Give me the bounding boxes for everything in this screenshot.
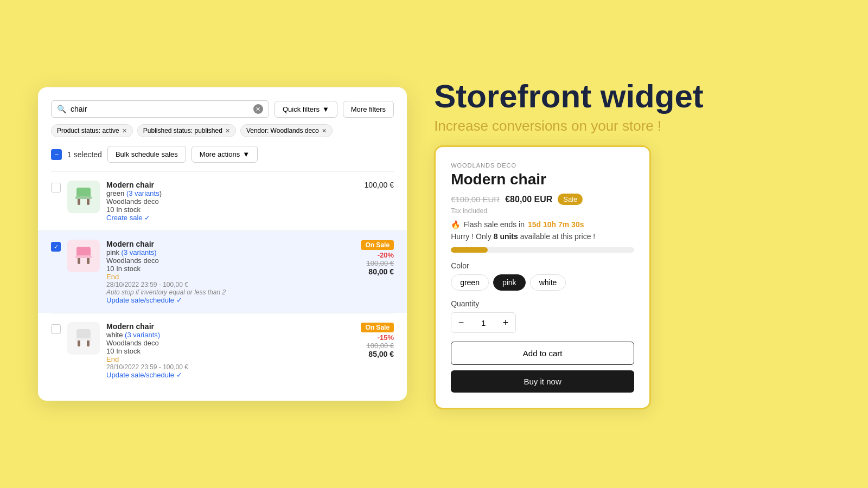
- product-image-white: [67, 322, 100, 355]
- fire-icon: 🔥: [451, 220, 460, 229]
- product-color-white: white: [106, 331, 123, 339]
- table-row: Modern chair white (3 variants) Woodland…: [51, 313, 394, 388]
- quantity-increase-button[interactable]: +: [496, 313, 515, 332]
- create-sale-link-green[interactable]: Create sale ✓: [106, 214, 322, 222]
- product-price-green: 100,00 €: [329, 181, 394, 189]
- minus-icon: −: [54, 151, 59, 158]
- product-stock-white: 10 In stock: [106, 347, 322, 355]
- svg-rect-0: [76, 188, 91, 197]
- buy-now-button[interactable]: Buy it now: [451, 370, 634, 393]
- right-inner: WOODLANDS DECO Modern chair €100,00 EUR …: [434, 145, 846, 409]
- quantity-decrease-button[interactable]: −: [451, 313, 471, 332]
- admin-panel: 🔍 ✕ Quick filters ▼ More filters Product…: [38, 87, 407, 401]
- units-prefix: Hurry ! Only: [451, 232, 492, 241]
- add-to-cart-button[interactable]: Add to cart: [451, 342, 634, 365]
- filter-tag-published[interactable]: Published status: published ✕: [137, 124, 236, 137]
- product-stock-green: 10 In stock: [106, 206, 322, 214]
- variants-link-white[interactable]: (3 variants): [125, 331, 160, 339]
- product-image-green: [67, 181, 100, 213]
- product-vendor-pink: Woodlands deco: [106, 256, 322, 265]
- sale-end-label-pink: End: [106, 273, 322, 281]
- remove-filter-published[interactable]: ✕: [225, 127, 230, 134]
- widget-product-title: Modern chair: [451, 171, 634, 188]
- headline-area: Storefront widget Increase conversions o…: [434, 79, 846, 134]
- price-value-green: 100,00 €: [329, 181, 394, 189]
- headline-subtitle: Increase conversions on your store !: [434, 118, 846, 134]
- units-count: 8 units: [494, 232, 518, 241]
- product-list: Modern chair green (3 variants) Woodland…: [51, 171, 394, 388]
- table-row: Modern chair pink (3 variants) Woodlands…: [38, 230, 407, 313]
- more-actions-arrow: ▼: [242, 150, 250, 158]
- clear-search-button[interactable]: ✕: [253, 104, 263, 114]
- headline-title: Storefront widget: [434, 79, 846, 114]
- quick-filters-button[interactable]: Quick filters ▼: [275, 101, 337, 118]
- color-btn-pink[interactable]: pink: [493, 274, 526, 291]
- svg-rect-11: [75, 338, 92, 341]
- filter-tag-vendor[interactable]: Vendor: Woodlands deco ✕: [240, 124, 333, 137]
- remove-filter-vendor[interactable]: ✕: [322, 127, 327, 134]
- sale-price-pink: 80,00 €: [329, 267, 394, 276]
- stock-progress-fill: [451, 247, 488, 253]
- on-sale-badge-pink: On Sale: [361, 240, 394, 250]
- product-checkbox-white[interactable]: [51, 324, 61, 334]
- color-btn-white[interactable]: white: [530, 274, 566, 291]
- product-name-white: Modern chair: [106, 322, 322, 331]
- sale-price-white: 85,00 €: [329, 350, 394, 358]
- svg-rect-7: [75, 255, 92, 258]
- product-color-green: green: [106, 189, 124, 197]
- variants-link-pink[interactable]: (3 variants): [122, 248, 157, 256]
- product-name-pink: Modern chair: [106, 240, 322, 248]
- more-actions-button[interactable]: More actions ▼: [192, 146, 258, 163]
- discount-pink: -20%: [329, 251, 394, 259]
- units-row: Hurry ! Only 8 units available at this p…: [451, 232, 634, 241]
- bulk-schedule-button[interactable]: Bulk schedule sales: [107, 146, 186, 163]
- chair-svg-pink: [70, 242, 97, 269]
- selected-count: 1 selected: [67, 150, 102, 159]
- product-vendor-green: Woodlands deco: [106, 197, 322, 206]
- color-btn-green[interactable]: green: [451, 274, 489, 291]
- flash-timer: 15d 10h 7m 30s: [528, 220, 584, 229]
- widget-sale-price: €80,00 EUR: [505, 195, 552, 204]
- product-info-green: Modern chair green (3 variants) Woodland…: [106, 181, 322, 222]
- filter-tag-status[interactable]: Product status: active ✕: [51, 124, 133, 137]
- left-section: 🔍 ✕ Quick filters ▼ More filters Product…: [22, 0, 423, 488]
- stock-progress-bar: [451, 247, 634, 253]
- units-suffix: available at this price !: [520, 232, 596, 241]
- product-checkbox-green[interactable]: [51, 183, 61, 192]
- search-row: 🔍 ✕ Quick filters ▼ More filters: [51, 100, 394, 118]
- product-image-pink: [67, 240, 100, 272]
- product-name-green: Modern chair: [106, 181, 322, 189]
- svg-rect-3: [75, 196, 92, 199]
- widget-price-row: €100,00 EUR €80,00 EUR Sale: [451, 194, 634, 205]
- storefront-widget-card: WOODLANDS DECO Modern chair €100,00 EUR …: [434, 145, 651, 409]
- more-filters-button[interactable]: More filters: [343, 101, 394, 118]
- original-price-pink: 100,00 €: [329, 259, 394, 267]
- remove-filter-status[interactable]: ✕: [122, 127, 127, 134]
- sale-end-label-white: End: [106, 355, 322, 363]
- product-price-white: On Sale -15% 100,00 € 85,00 €: [329, 322, 394, 358]
- auto-stop-pink: Auto stop if inventory equal or less tha…: [106, 288, 322, 296]
- discount-white: -15%: [329, 333, 394, 342]
- quick-filters-arrow: ▼: [322, 105, 329, 113]
- search-input[interactable]: [71, 105, 249, 113]
- right-section: Storefront widget Increase conversions o…: [423, 0, 846, 488]
- flash-prefix: Flash sale ends in: [463, 220, 525, 229]
- flash-sale-row: 🔥 Flash sale ends in 15d 10h 7m 30s: [451, 220, 634, 229]
- update-sale-link-pink[interactable]: Update sale/schedule ✓: [106, 296, 322, 304]
- select-all-checkbox[interactable]: −: [51, 149, 62, 160]
- original-price-white: 100,00 €: [329, 342, 394, 350]
- quick-filters-label: Quick filters: [283, 105, 320, 113]
- svg-rect-4: [76, 247, 91, 256]
- color-options: green pink white: [451, 274, 634, 291]
- variants-link-green[interactable]: 3 variants: [129, 189, 159, 197]
- chair-svg-white: [70, 325, 97, 352]
- widget-original-price: €100,00 EUR: [451, 195, 500, 204]
- product-info-pink: Modern chair pink (3 variants) Woodlands…: [106, 240, 322, 304]
- update-sale-link-white[interactable]: Update sale/schedule ✓: [106, 371, 322, 379]
- more-filters-label: More filters: [351, 105, 386, 113]
- vendor-label: WOODLANDS DECO: [451, 162, 634, 169]
- product-vendor-white: Woodlands deco: [106, 339, 322, 347]
- product-checkbox-pink[interactable]: [51, 242, 61, 252]
- search-wrapper: 🔍 ✕: [51, 100, 269, 118]
- sale-end-date-white: 28/10/2022 23:59 - 100,00 €: [106, 363, 322, 371]
